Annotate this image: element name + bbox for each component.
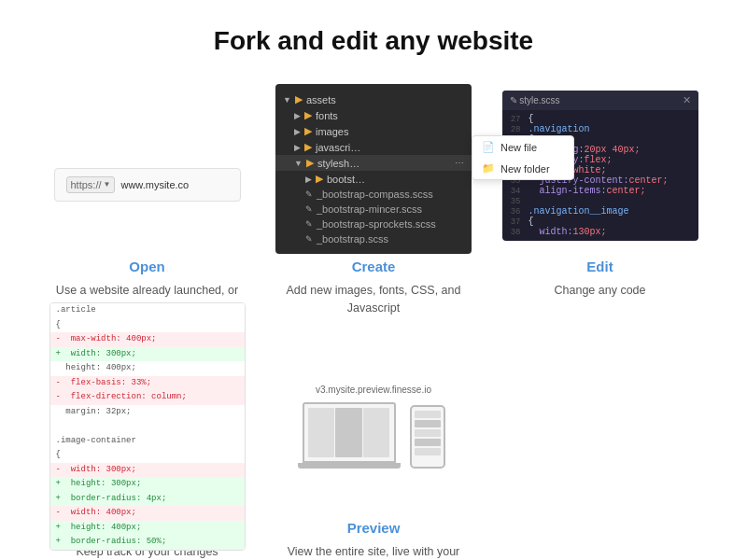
feature-desc-edit: Change any code — [555, 282, 646, 300]
diff-line: + width: 300px; — [50, 347, 245, 362]
tree-label: images — [316, 126, 348, 137]
tree-label: fonts — [316, 110, 338, 121]
tree-label: _bootstrap-compass.scss — [317, 189, 433, 200]
file-icon: ✎ — [305, 234, 313, 244]
folder-icon: ▶ — [304, 125, 312, 137]
tree-label: _bootstrap-mincer.scss — [317, 203, 422, 215]
phone-screen-row — [415, 439, 441, 446]
tree-label: stylesh… — [317, 158, 359, 169]
diff-line: { — [50, 448, 245, 463]
diff-line: height: 400px; — [50, 361, 245, 376]
editor-filename: ✎ style.scss — [510, 95, 560, 105]
feature-open: https:// ▼ www.mysite.co Open Use a webs… — [47, 84, 247, 317]
feature-title-create: Create — [352, 259, 396, 274]
file-icon: ✎ — [305, 219, 313, 229]
preview-visual: v3.mysite.preview.finesse.io — [266, 345, 481, 509]
diff-line: + border-radius: 4px; — [50, 492, 245, 507]
diff-line: - flex-direction: column; — [50, 390, 245, 405]
context-menu: 📄 New file 📁 New folder — [472, 135, 574, 180]
diff-line: + height: 300px; — [50, 477, 245, 492]
tree-arrow-icon: ▶ — [294, 143, 301, 152]
phone-screen-row — [415, 429, 441, 437]
tree-arrow-icon: ▶ — [294, 127, 301, 136]
preview-url: v3.mysite.preview.finesse.io — [316, 385, 431, 395]
diff-line: margin: 32px; — [50, 405, 245, 420]
context-menu-label: New folder — [500, 163, 550, 175]
feature-desc-preview: View the entire site, live with your cha… — [266, 543, 481, 561]
file-tree: ▼ ▶ assets ▶ ▶ fonts ▶ ▶ images — [275, 84, 472, 254]
tree-label: bootst… — [327, 174, 365, 185]
share-visual: .article { - max-width: 400px; + width: … — [47, 345, 247, 509]
preview-devices — [303, 402, 445, 469]
url-input[interactable]: www.mysite.co — [120, 179, 228, 190]
context-menu-new-file[interactable]: 📄 New file — [472, 136, 573, 158]
diff-line: - width: 400px; — [50, 506, 245, 521]
phone-screen-row — [415, 448, 441, 455]
laptop-frame — [303, 402, 401, 469]
editor-header: ✎ style.scss ✕ — [502, 91, 698, 110]
feature-title-open: Open — [129, 259, 164, 274]
feature-edit: ✎ style.scss ✕ 27{ 28.navigation 29{ 30 … — [500, 84, 700, 317]
tree-file-1[interactable]: ✎ _bootstrap-compass.scss — [275, 187, 472, 202]
screen-col — [335, 408, 362, 457]
new-file-icon: 📄 — [482, 141, 495, 153]
features-grid: https:// ▼ www.mysite.co Open Use a webs… — [0, 75, 747, 560]
phone-frame — [410, 405, 445, 469]
open-visual: https:// ▼ www.mysite.co — [47, 84, 247, 247]
tree-label: javascri… — [316, 142, 360, 153]
tree-arrow-icon: ▼ — [283, 95, 291, 105]
url-protocol: https:// ▼ — [66, 176, 116, 193]
tree-arrow-icon: ▶ — [305, 175, 312, 184]
close-icon[interactable]: ✕ — [683, 94, 691, 106]
dropdown-arrow-icon: ▼ — [104, 180, 111, 189]
screen-col — [308, 408, 335, 457]
new-folder-icon: 📁 — [482, 162, 495, 175]
create-visual: ▼ ▶ assets ▶ ▶ fonts ▶ ▶ images — [266, 84, 481, 247]
feature-preview: v3.mysite.preview.finesse.io — [266, 345, 481, 561]
tree-item-bootstrap[interactable]: ▶ ▶ bootst… — [275, 171, 472, 187]
feature-desc-create: Add new images, fonts, CSS, and Javascri… — [266, 282, 481, 317]
context-menu-new-folder[interactable]: 📁 New folder — [472, 158, 573, 179]
diff-line: - max-width: 400px; — [50, 332, 245, 347]
diff-line: { — [50, 318, 245, 333]
folder-icon: ▶ — [304, 109, 312, 121]
feature-share: .article { - max-width: 400px; + width: … — [47, 345, 247, 561]
diff-line — [50, 419, 245, 434]
screen-col — [363, 408, 390, 457]
folder-icon: ▶ — [304, 141, 312, 153]
laptop-screen — [303, 402, 396, 463]
feature-title-edit: Edit — [586, 259, 613, 274]
tree-item-stylesheets[interactable]: ▼ ▶ stylesh… ⋯ — [275, 155, 472, 171]
tree-item-images[interactable]: ▶ ▶ images — [275, 123, 472, 139]
diff-view: .article { - max-width: 400px; + width: … — [49, 302, 246, 551]
tree-item-fonts[interactable]: ▶ ▶ fonts — [275, 107, 472, 123]
diff-line: - width: 300px; — [50, 463, 245, 478]
diff-line: + border-radius: 50%; — [50, 535, 245, 550]
tree-file-4[interactable]: ✎ _bootstrap.scss — [275, 231, 472, 246]
tree-arrow-icon: ▼ — [294, 159, 303, 168]
tree-file-3[interactable]: ✎ _bootstrap-sprockets.scss — [275, 217, 472, 231]
phone-screen-row — [415, 420, 441, 427]
more-icon: ⋯ — [455, 158, 464, 168]
folder-icon: ▶ — [295, 93, 303, 105]
protocol-text: https:// — [71, 179, 102, 190]
laptop-base — [298, 463, 401, 469]
folder-icon: ▶ — [306, 157, 314, 169]
tree-label: _bootstrap.scss — [317, 233, 388, 245]
context-menu-label: New file — [500, 142, 537, 153]
tree-arrow-icon: ▶ — [294, 111, 301, 120]
tree-label: assets — [306, 94, 336, 105]
diff-line: - flex-basis: 33%; — [50, 376, 245, 391]
diff-line: + height: 400px; — [50, 521, 245, 536]
tree-file-2[interactable]: ✎ _bootstrap-mincer.scss — [275, 202, 472, 217]
folder-icon: ▶ — [316, 173, 323, 185]
file-icon: ✎ — [305, 189, 313, 199]
feature-title-preview: Preview — [347, 520, 401, 536]
page-title: Fork and edit any website — [0, 0, 747, 75]
tree-item-js[interactable]: ▶ ▶ javascri… — [275, 139, 472, 155]
tree-item-assets[interactable]: ▼ ▶ assets — [275, 91, 472, 107]
diff-line: .image-container — [50, 434, 245, 449]
file-icon: ✎ — [305, 204, 313, 214]
feature-create: ▼ ▶ assets ▶ ▶ fonts ▶ ▶ images — [266, 84, 481, 317]
url-bar[interactable]: https:// ▼ www.mysite.co — [54, 168, 241, 202]
